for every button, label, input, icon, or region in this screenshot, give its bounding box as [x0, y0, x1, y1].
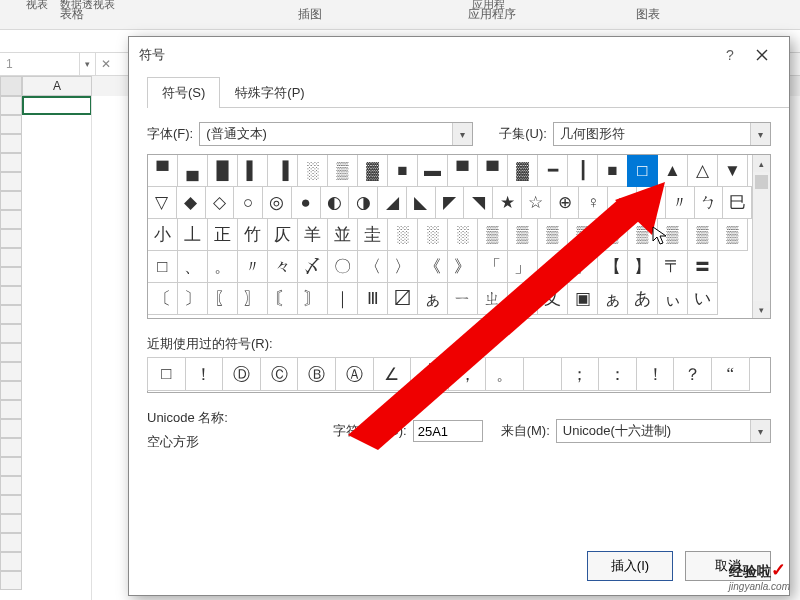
symbol-cell[interactable]: ▬: [417, 155, 448, 187]
tab-special-chars[interactable]: 特殊字符(P): [220, 77, 319, 108]
symbol-cell[interactable]: ▌: [237, 155, 268, 187]
symbol-cell[interactable]: 。: [207, 250, 238, 283]
row-header[interactable]: [0, 362, 22, 381]
dialog-titlebar[interactable]: 符号 ?: [129, 37, 789, 73]
symbol-cell[interactable]: ぃ: [657, 282, 688, 315]
symbol-cell[interactable]: ▐: [267, 155, 298, 187]
symbol-cell[interactable]: ▒: [327, 155, 358, 187]
symbol-cell[interactable]: ☆: [521, 186, 551, 219]
symbol-cell[interactable]: 々: [267, 250, 298, 283]
symbol-cell[interactable]: ◣: [406, 186, 436, 219]
recent-symbol-cell[interactable]: ∠: [373, 357, 412, 391]
row-header[interactable]: [0, 286, 22, 305]
row-header[interactable]: [0, 343, 22, 362]
symbol-cell[interactable]: ░: [447, 218, 478, 251]
symbol-cell[interactable]: ⊕: [550, 186, 580, 219]
symbol-cell[interactable]: 〃: [237, 250, 268, 283]
row-header[interactable]: [0, 305, 22, 324]
recent-symbol-cell[interactable]: Ⓑ: [297, 357, 336, 391]
symbol-cell[interactable]: ▀: [477, 155, 508, 187]
row-header[interactable]: [0, 229, 22, 248]
row-header[interactable]: [0, 419, 22, 438]
row-header[interactable]: [0, 248, 22, 267]
row-header[interactable]: [0, 210, 22, 229]
recent-symbol-cell[interactable]: Ⓒ: [260, 357, 299, 391]
symbol-cell[interactable]: 、: [177, 250, 208, 283]
symbol-cell[interactable]: Ⅲ: [357, 282, 388, 315]
symbol-cell[interactable]: あ: [627, 282, 658, 315]
symbol-cell[interactable]: ▓: [507, 155, 538, 187]
symbol-cell[interactable]: ◆: [176, 186, 206, 219]
recent-symbol-cell[interactable]: ，: [448, 357, 487, 391]
symbol-cell[interactable]: 【: [597, 250, 628, 283]
symbol-cell[interactable]: ▒: [567, 218, 598, 251]
symbol-cell[interactable]: □: [148, 250, 178, 283]
symbol-cell[interactable]: ▒: [597, 218, 628, 251]
scroll-down-icon[interactable]: ▾: [753, 301, 770, 318]
symbol-cell[interactable]: 羊: [297, 218, 328, 251]
symbol-cell[interactable]: ▼: [717, 155, 748, 187]
recent-symbol-cell[interactable]: ：: [598, 357, 637, 391]
row-header[interactable]: [0, 476, 22, 495]
row-header[interactable]: [0, 191, 22, 210]
symbol-cell[interactable]: ▲: [657, 155, 688, 187]
row-header[interactable]: [0, 514, 22, 533]
symbol-cell[interactable]: ♂: [607, 186, 637, 219]
symbol-cell[interactable]: ▒: [477, 218, 508, 251]
symbol-cell[interactable]: 〘: [267, 282, 298, 315]
symbol-cell[interactable]: ぁ: [417, 282, 448, 315]
symbol-cell[interactable]: 】: [627, 250, 658, 283]
row-header[interactable]: [0, 533, 22, 552]
symbol-cell[interactable]: 〔: [148, 282, 178, 315]
row-header[interactable]: [0, 134, 22, 153]
recent-symbol-cell[interactable]: ；: [561, 357, 600, 391]
symbol-cell[interactable]: ㄨ: [507, 282, 538, 315]
symbol-cell[interactable]: 〉: [387, 250, 418, 283]
row-header[interactable]: [0, 381, 22, 400]
row-header[interactable]: [0, 400, 22, 419]
symbol-cell[interactable]: 小: [148, 218, 178, 251]
symbol-cell[interactable]: ●: [291, 186, 321, 219]
symbol-cell[interactable]: ░: [297, 155, 328, 187]
symbol-cell[interactable]: ◤: [435, 186, 465, 219]
recent-symbol-cell[interactable]: 。: [485, 357, 524, 391]
symbol-cell[interactable]: ━: [537, 155, 568, 187]
symbol-cell[interactable]: ◎: [262, 186, 292, 219]
symbol-cell[interactable]: い: [687, 282, 718, 315]
row-header[interactable]: [0, 438, 22, 457]
symbol-cell[interactable]: 巳: [722, 186, 752, 219]
symbol-cell[interactable]: ▽: [148, 186, 177, 219]
symbol-cell[interactable]: 」: [507, 250, 538, 283]
cancel-icon[interactable]: ✕: [96, 57, 116, 71]
symbol-cell[interactable]: ♀: [578, 186, 608, 219]
symbol-scrollbar[interactable]: ▴ ▾: [752, 155, 770, 318]
symbol-cell[interactable]: ○: [233, 186, 263, 219]
symbol-cell[interactable]: 仄: [267, 218, 298, 251]
symbol-cell[interactable]: 「: [477, 250, 508, 283]
symbol-cell[interactable]: 』: [567, 250, 598, 283]
recent-symbol-cell[interactable]: [523, 357, 562, 391]
symbol-cell[interactable]: ぁ: [597, 282, 628, 315]
recent-symbol-cell[interactable]: Ⓐ: [335, 357, 374, 391]
symbol-cell[interactable]: 〒: [657, 250, 688, 283]
symbol-cell[interactable]: ■: [597, 155, 628, 187]
symbol-cell[interactable]: ░: [417, 218, 448, 251]
row-header[interactable]: [0, 495, 22, 514]
recent-symbol-cell[interactable]: □: [147, 357, 186, 391]
symbol-cell[interactable]: ■: [387, 155, 418, 187]
recent-symbol-cell[interactable]: ！: [636, 357, 675, 391]
row-header[interactable]: [0, 267, 22, 286]
symbol-cell[interactable]: 〗: [237, 282, 268, 315]
symbol-cell[interactable]: ㄅ: [694, 186, 724, 219]
symbol-cell[interactable]: ▀: [447, 155, 478, 187]
recent-symbol-cell[interactable]: └: [410, 357, 449, 391]
symbol-cell[interactable]: 〙: [297, 282, 328, 315]
symbol-cell[interactable]: 竹: [237, 218, 268, 251]
symbol-cell[interactable]: ▓: [357, 155, 388, 187]
symbol-cell[interactable]: 夊: [537, 282, 568, 315]
scroll-thumb[interactable]: [755, 175, 768, 189]
scroll-up-icon[interactable]: ▴: [753, 155, 770, 172]
symbol-cell[interactable]: ㄧ: [447, 282, 478, 315]
tab-symbols[interactable]: 符号(S): [147, 77, 220, 108]
symbol-cell[interactable]: ▒: [717, 218, 748, 251]
